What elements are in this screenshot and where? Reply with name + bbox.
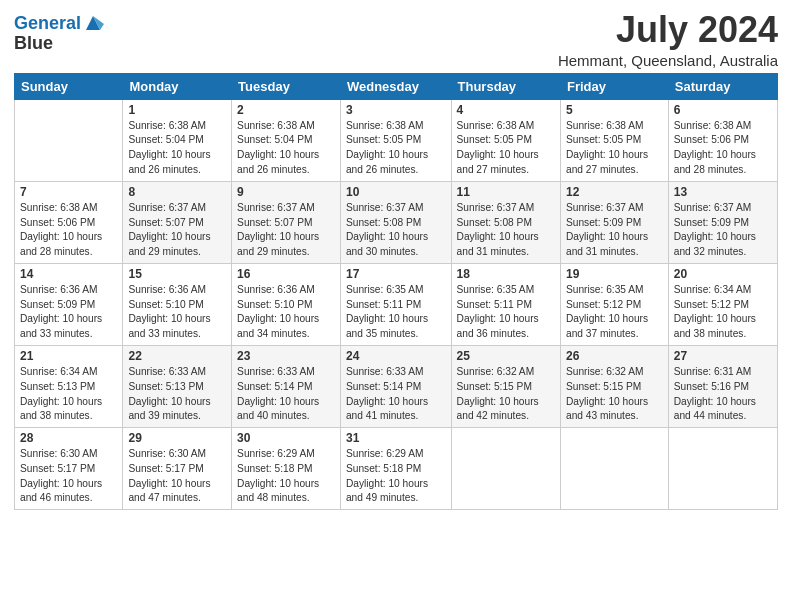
calendar-cell <box>668 428 777 510</box>
col-header-friday: Friday <box>560 73 668 99</box>
calendar-cell: 14Sunrise: 6:36 AMSunset: 5:09 PMDayligh… <box>15 263 123 345</box>
day-number: 17 <box>346 267 446 281</box>
day-number: 7 <box>20 185 117 199</box>
day-number: 24 <box>346 349 446 363</box>
day-number: 5 <box>566 103 663 117</box>
calendar-week-1: 1Sunrise: 6:38 AMSunset: 5:04 PMDaylight… <box>15 99 778 181</box>
day-number: 8 <box>128 185 226 199</box>
calendar-cell: 13Sunrise: 6:37 AMSunset: 5:09 PMDayligh… <box>668 181 777 263</box>
cell-content: Sunrise: 6:29 AMSunset: 5:18 PMDaylight:… <box>237 447 335 506</box>
day-number: 30 <box>237 431 335 445</box>
logo-text: General <box>14 14 81 34</box>
calendar-cell: 20Sunrise: 6:34 AMSunset: 5:12 PMDayligh… <box>668 263 777 345</box>
calendar-cell: 27Sunrise: 6:31 AMSunset: 5:16 PMDayligh… <box>668 345 777 427</box>
calendar-cell: 11Sunrise: 6:37 AMSunset: 5:08 PMDayligh… <box>451 181 560 263</box>
header-row: SundayMondayTuesdayWednesdayThursdayFrid… <box>15 73 778 99</box>
day-number: 2 <box>237 103 335 117</box>
col-header-sunday: Sunday <box>15 73 123 99</box>
cell-content: Sunrise: 6:37 AMSunset: 5:08 PMDaylight:… <box>457 201 555 260</box>
cell-content: Sunrise: 6:37 AMSunset: 5:09 PMDaylight:… <box>674 201 772 260</box>
cell-content: Sunrise: 6:38 AMSunset: 5:06 PMDaylight:… <box>674 119 772 178</box>
col-header-monday: Monday <box>123 73 232 99</box>
calendar-cell <box>451 428 560 510</box>
cell-content: Sunrise: 6:38 AMSunset: 5:04 PMDaylight:… <box>128 119 226 178</box>
calendar-cell: 24Sunrise: 6:33 AMSunset: 5:14 PMDayligh… <box>340 345 451 427</box>
cell-content: Sunrise: 6:34 AMSunset: 5:12 PMDaylight:… <box>674 283 772 342</box>
day-number: 27 <box>674 349 772 363</box>
calendar-cell: 30Sunrise: 6:29 AMSunset: 5:18 PMDayligh… <box>232 428 341 510</box>
calendar-cell <box>15 99 123 181</box>
logo-icon <box>82 12 104 34</box>
day-number: 14 <box>20 267 117 281</box>
calendar-cell: 25Sunrise: 6:32 AMSunset: 5:15 PMDayligh… <box>451 345 560 427</box>
calendar-cell: 7Sunrise: 6:38 AMSunset: 5:06 PMDaylight… <box>15 181 123 263</box>
day-number: 29 <box>128 431 226 445</box>
calendar-cell: 4Sunrise: 6:38 AMSunset: 5:05 PMDaylight… <box>451 99 560 181</box>
calendar-cell: 29Sunrise: 6:30 AMSunset: 5:17 PMDayligh… <box>123 428 232 510</box>
logo: General Blue <box>14 14 104 54</box>
calendar-cell: 6Sunrise: 6:38 AMSunset: 5:06 PMDaylight… <box>668 99 777 181</box>
cell-content: Sunrise: 6:32 AMSunset: 5:15 PMDaylight:… <box>457 365 555 424</box>
cell-content: Sunrise: 6:35 AMSunset: 5:11 PMDaylight:… <box>346 283 446 342</box>
day-number: 20 <box>674 267 772 281</box>
cell-content: Sunrise: 6:38 AMSunset: 5:05 PMDaylight:… <box>346 119 446 178</box>
col-header-thursday: Thursday <box>451 73 560 99</box>
calendar-week-4: 21Sunrise: 6:34 AMSunset: 5:13 PMDayligh… <box>15 345 778 427</box>
cell-content: Sunrise: 6:37 AMSunset: 5:07 PMDaylight:… <box>237 201 335 260</box>
day-number: 13 <box>674 185 772 199</box>
col-header-wednesday: Wednesday <box>340 73 451 99</box>
calendar-cell: 31Sunrise: 6:29 AMSunset: 5:18 PMDayligh… <box>340 428 451 510</box>
month-title: July 2024 <box>558 10 778 50</box>
calendar-week-3: 14Sunrise: 6:36 AMSunset: 5:09 PMDayligh… <box>15 263 778 345</box>
cell-content: Sunrise: 6:32 AMSunset: 5:15 PMDaylight:… <box>566 365 663 424</box>
calendar-cell: 18Sunrise: 6:35 AMSunset: 5:11 PMDayligh… <box>451 263 560 345</box>
day-number: 19 <box>566 267 663 281</box>
calendar-week-2: 7Sunrise: 6:38 AMSunset: 5:06 PMDaylight… <box>15 181 778 263</box>
day-number: 12 <box>566 185 663 199</box>
day-number: 1 <box>128 103 226 117</box>
calendar-cell: 26Sunrise: 6:32 AMSunset: 5:15 PMDayligh… <box>560 345 668 427</box>
calendar-cell: 28Sunrise: 6:30 AMSunset: 5:17 PMDayligh… <box>15 428 123 510</box>
calendar-cell: 10Sunrise: 6:37 AMSunset: 5:08 PMDayligh… <box>340 181 451 263</box>
cell-content: Sunrise: 6:38 AMSunset: 5:04 PMDaylight:… <box>237 119 335 178</box>
calendar-cell: 9Sunrise: 6:37 AMSunset: 5:07 PMDaylight… <box>232 181 341 263</box>
calendar-cell: 19Sunrise: 6:35 AMSunset: 5:12 PMDayligh… <box>560 263 668 345</box>
day-number: 18 <box>457 267 555 281</box>
day-number: 15 <box>128 267 226 281</box>
day-number: 23 <box>237 349 335 363</box>
col-header-tuesday: Tuesday <box>232 73 341 99</box>
day-number: 11 <box>457 185 555 199</box>
calendar-cell: 12Sunrise: 6:37 AMSunset: 5:09 PMDayligh… <box>560 181 668 263</box>
calendar-cell: 22Sunrise: 6:33 AMSunset: 5:13 PMDayligh… <box>123 345 232 427</box>
day-number: 16 <box>237 267 335 281</box>
page: General Blue July 2024 Hemmant, Queensla… <box>0 0 792 612</box>
cell-content: Sunrise: 6:34 AMSunset: 5:13 PMDaylight:… <box>20 365 117 424</box>
calendar-cell: 21Sunrise: 6:34 AMSunset: 5:13 PMDayligh… <box>15 345 123 427</box>
cell-content: Sunrise: 6:37 AMSunset: 5:08 PMDaylight:… <box>346 201 446 260</box>
day-number: 28 <box>20 431 117 445</box>
day-number: 21 <box>20 349 117 363</box>
logo-blue: Blue <box>14 34 53 54</box>
cell-content: Sunrise: 6:38 AMSunset: 5:05 PMDaylight:… <box>566 119 663 178</box>
location: Hemmant, Queensland, Australia <box>558 52 778 69</box>
cell-content: Sunrise: 6:33 AMSunset: 5:14 PMDaylight:… <box>346 365 446 424</box>
day-number: 10 <box>346 185 446 199</box>
calendar-cell: 5Sunrise: 6:38 AMSunset: 5:05 PMDaylight… <box>560 99 668 181</box>
cell-content: Sunrise: 6:37 AMSunset: 5:09 PMDaylight:… <box>566 201 663 260</box>
day-number: 4 <box>457 103 555 117</box>
header: General Blue July 2024 Hemmant, Queensla… <box>14 10 778 69</box>
cell-content: Sunrise: 6:38 AMSunset: 5:05 PMDaylight:… <box>457 119 555 178</box>
day-number: 22 <box>128 349 226 363</box>
cell-content: Sunrise: 6:31 AMSunset: 5:16 PMDaylight:… <box>674 365 772 424</box>
cell-content: Sunrise: 6:36 AMSunset: 5:10 PMDaylight:… <box>128 283 226 342</box>
day-number: 25 <box>457 349 555 363</box>
cell-content: Sunrise: 6:30 AMSunset: 5:17 PMDaylight:… <box>20 447 117 506</box>
cell-content: Sunrise: 6:33 AMSunset: 5:13 PMDaylight:… <box>128 365 226 424</box>
cell-content: Sunrise: 6:33 AMSunset: 5:14 PMDaylight:… <box>237 365 335 424</box>
cell-content: Sunrise: 6:35 AMSunset: 5:11 PMDaylight:… <box>457 283 555 342</box>
calendar-cell: 2Sunrise: 6:38 AMSunset: 5:04 PMDaylight… <box>232 99 341 181</box>
cell-content: Sunrise: 6:35 AMSunset: 5:12 PMDaylight:… <box>566 283 663 342</box>
calendar-cell: 23Sunrise: 6:33 AMSunset: 5:14 PMDayligh… <box>232 345 341 427</box>
calendar-cell: 16Sunrise: 6:36 AMSunset: 5:10 PMDayligh… <box>232 263 341 345</box>
calendar-cell: 17Sunrise: 6:35 AMSunset: 5:11 PMDayligh… <box>340 263 451 345</box>
